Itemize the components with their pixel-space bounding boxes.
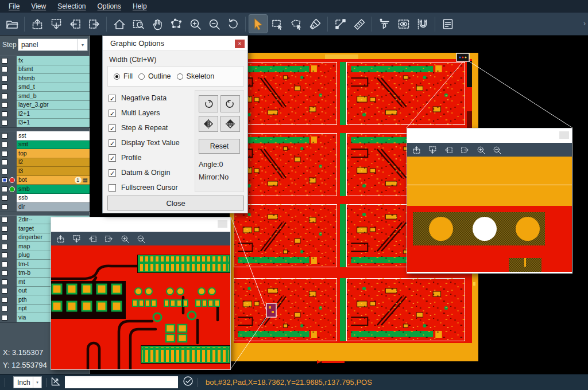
window-button[interactable] <box>559 131 569 139</box>
checkbox-icon[interactable]: ✓ <box>109 124 116 132</box>
layer-checkbox[interactable] <box>2 93 7 99</box>
checkbox-icon[interactable]: ✓ <box>109 95 116 102</box>
layer-name-cell[interactable]: bot1▦ <box>17 176 90 185</box>
window-button[interactable] <box>218 220 227 228</box>
zoom-in-button[interactable] <box>118 233 131 244</box>
layer-checkbox[interactable] <box>2 151 7 157</box>
layer-name-cell[interactable]: layer_3.gbr <box>17 101 90 110</box>
layer-checkbox[interactable] <box>2 76 7 81</box>
rotate-cw-button[interactable] <box>199 95 218 112</box>
pan-up-button[interactable] <box>28 15 46 33</box>
pan-hand-button[interactable] <box>148 15 166 33</box>
mirror-horizontal-button[interactable] <box>199 116 218 132</box>
layer-checkbox[interactable] <box>2 111 7 117</box>
pan-up-button[interactable] <box>54 233 67 244</box>
layer-checkbox[interactable] <box>2 244 7 249</box>
magnifier-view-right[interactable] <box>407 157 572 272</box>
layer-row-bot[interactable]: bot1▦ <box>0 176 90 185</box>
snap-magnet-button[interactable] <box>413 15 431 33</box>
unit-select[interactable]: Inch ▼ <box>13 376 42 388</box>
layer-checkbox[interactable] <box>2 67 7 72</box>
pan-left-button[interactable] <box>66 15 84 33</box>
layer-row-sst[interactable]: sst <box>0 131 90 141</box>
angle-corner-icon[interactable] <box>51 376 61 389</box>
layer-name-cell[interactable]: smd_t <box>17 83 90 92</box>
checkbox-icon[interactable] <box>109 184 116 192</box>
layer-checkbox[interactable] <box>2 270 7 276</box>
select-polygon-button[interactable] <box>287 15 305 33</box>
layer-name-cell[interactable]: bfsmb <box>17 74 90 83</box>
open-file-button[interactable] <box>3 15 21 33</box>
layer-checkbox[interactable] <box>2 288 7 294</box>
layer-checkbox[interactable] <box>2 169 7 174</box>
checkbox-step-repeat[interactable]: ✓Step & Repeat <box>109 120 195 135</box>
checkbox-datum-origin[interactable]: ✓Datum & Origin <box>109 165 195 180</box>
sync-icon[interactable] <box>183 376 194 389</box>
layer-row-bfsmt[interactable]: bfsmt <box>0 65 90 75</box>
radio-icon[interactable] <box>177 73 183 80</box>
layer-row-fx[interactable]: fx <box>0 56 90 65</box>
measure-distance-button[interactable] <box>331 15 349 33</box>
layer-row-l3[interactable]: l3 <box>0 167 90 176</box>
layer-checkbox[interactable] <box>2 102 7 108</box>
layer-checkbox[interactable] <box>2 186 7 192</box>
checkbox-icon[interactable]: ✓ <box>109 110 116 117</box>
home-view-button[interactable] <box>110 15 128 33</box>
radio-icon[interactable] <box>138 73 145 80</box>
layer-checkbox[interactable] <box>2 58 7 64</box>
layer-checkbox[interactable] <box>2 226 7 232</box>
layer-row-l2+1[interactable]: l2+1 <box>0 110 90 119</box>
zoom-window-button[interactable] <box>129 15 147 33</box>
menu-file[interactable]: File <box>3 1 25 11</box>
layer-name-cell[interactable]: fx <box>17 56 90 65</box>
pan-down-button[interactable] <box>70 233 83 244</box>
magnifier-window-left[interactable] <box>51 217 231 370</box>
pan-down-button[interactable] <box>47 15 65 33</box>
pan-up-button[interactable] <box>410 144 423 155</box>
menu-options[interactable]: Options <box>92 1 126 11</box>
layer-row-smt[interactable]: smt <box>0 141 90 150</box>
pan-down-button[interactable] <box>426 144 439 155</box>
layer-checkbox[interactable] <box>2 159 7 165</box>
view-options-button[interactable] <box>394 15 412 33</box>
clean-brush-button[interactable] <box>306 15 324 33</box>
layer-row-l3+1[interactable]: l3+1 <box>0 119 90 128</box>
dialog-title-bar[interactable]: Graphic Options × <box>103 36 247 51</box>
layer-name-cell[interactable]: dir <box>17 202 90 212</box>
zoom-in-button[interactable] <box>186 15 204 33</box>
layer-name-cell[interactable]: smt <box>17 141 90 150</box>
dialog-close-button[interactable]: Close <box>107 196 244 210</box>
menu-selection[interactable]: Selection <box>52 1 91 11</box>
layer-checkbox[interactable] <box>2 84 7 90</box>
layer-checkbox[interactable] <box>2 252 7 258</box>
zoom-out-button[interactable] <box>134 233 147 244</box>
pan-left-button[interactable] <box>86 233 99 244</box>
layer-name-cell[interactable]: l2 <box>17 158 90 167</box>
close-icon[interactable]: × <box>235 40 245 48</box>
magnifier-title-bar[interactable] <box>407 128 572 143</box>
checkbox-icon[interactable]: ✓ <box>109 139 116 147</box>
rotate-ccw-button[interactable] <box>220 95 240 112</box>
layer-checkbox[interactable] <box>2 177 7 183</box>
layer-checkbox[interactable] <box>2 217 7 223</box>
layer-row-dir[interactable]: dir <box>0 202 90 212</box>
select-rectangle-button[interactable] <box>268 15 286 33</box>
magnifier-window-right[interactable] <box>407 128 572 274</box>
layer-checkbox[interactable] <box>2 297 7 303</box>
zoom-previous-button[interactable] <box>224 15 242 33</box>
layer-row-l2[interactable]: l2 <box>0 158 90 167</box>
checkbox-profile[interactable]: ✓Profile <box>109 150 195 165</box>
checkbox-icon[interactable]: ✓ <box>109 169 116 177</box>
layer-name-cell[interactable]: l3 <box>17 167 90 176</box>
menu-view[interactable]: View <box>26 1 51 11</box>
filter-button[interactable] <box>376 15 393 33</box>
toolbar-overflow-chevron[interactable]: › <box>583 20 586 28</box>
layer-name-cell[interactable]: l3+1 <box>17 119 90 128</box>
checkbox-fullscreen-cursor[interactable]: Fullscreen Cursor <box>109 180 195 195</box>
layer-name-cell[interactable]: sst <box>17 131 90 141</box>
layer-checkbox[interactable] <box>2 133 7 139</box>
pan-right-button[interactable] <box>458 144 471 155</box>
pan-left-button[interactable] <box>442 144 455 155</box>
command-input[interactable] <box>65 376 178 388</box>
layer-row-bfsmb[interactable]: bfsmb <box>0 74 90 83</box>
